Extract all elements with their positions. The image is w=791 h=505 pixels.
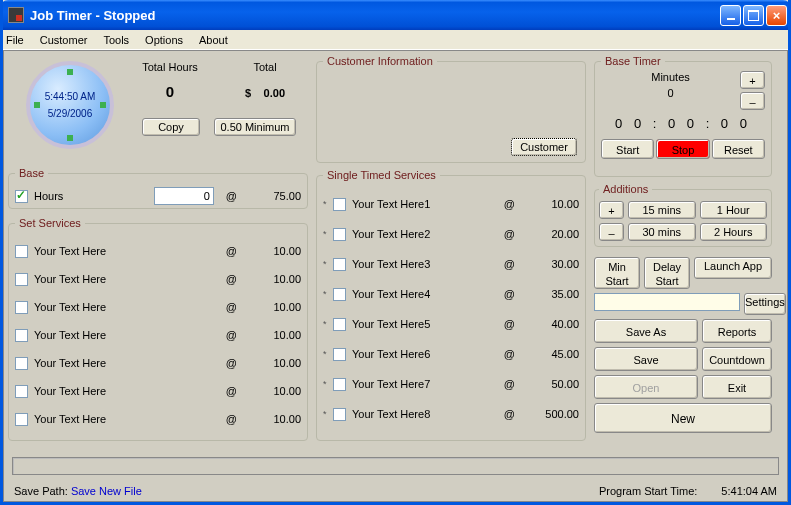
single-timed-label: Your Text Here2 [352,228,430,240]
set-service-checkbox[interactable] [15,301,28,314]
path-input[interactable] [594,293,740,311]
open-button[interactable]: Open [594,375,698,399]
save-as-button[interactable]: Save As [594,319,698,343]
set-service-checkbox[interactable] [15,329,28,342]
clock-time: 5:44:50 AM [45,91,96,102]
single-timed-at: @ [504,408,515,420]
single-timed-row: *Your Text Here4@35.00 [323,279,579,309]
single-timed-at: @ [504,318,515,330]
single-timed-at: @ [504,348,515,360]
min-start-button[interactable]: Min Start [594,257,640,289]
set-service-row: Your Text Here@10.00 [15,293,301,321]
clock-date: 5/29/2006 [48,108,93,119]
total-label: Total [226,61,304,73]
single-timed-amount: 30.00 [535,258,579,270]
settings-button[interactable]: Settings [744,293,786,315]
set-service-amount: 10.00 [257,329,301,341]
add-minus-button[interactable]: – [599,223,624,241]
set-services-title: Set Services [15,217,85,229]
single-timed-row: *Your Text Here8@500.00 [323,399,579,429]
stop-button[interactable]: Stop [656,139,709,159]
asterisk-icon: * [323,289,333,299]
asterisk-icon: * [323,409,333,419]
set-service-checkbox[interactable] [15,357,28,370]
base-group: Base Hours @ 75.00 [8,167,308,209]
additions-title: Additions [599,183,652,195]
single-timed-checkbox[interactable] [333,318,346,331]
single-timed-checkbox[interactable] [333,258,346,271]
minutes-minus-button[interactable]: – [740,92,765,110]
single-timed-amount: 45.00 [535,348,579,360]
add-15mins-button[interactable]: 15 mins [628,201,696,219]
single-timed-checkbox[interactable] [333,378,346,391]
set-service-amount: 10.00 [257,357,301,369]
set-services-group: Set Services Your Text Here@10.00Your Te… [8,217,308,441]
single-timed-row: *Your Text Here7@50.00 [323,369,579,399]
copy-button[interactable]: Copy [142,118,200,136]
set-service-amount: 10.00 [257,245,301,257]
set-service-checkbox[interactable] [15,385,28,398]
single-timed-amount: 35.00 [535,288,579,300]
countdown-button[interactable]: Countdown [702,347,772,371]
single-timed-at: @ [504,288,515,300]
add-2hours-button[interactable]: 2 Hours [700,223,768,241]
asterisk-icon: * [323,349,333,359]
minutes-plus-button[interactable]: + [740,71,765,89]
single-timed-checkbox[interactable] [333,288,346,301]
set-service-checkbox[interactable] [15,245,28,258]
single-timed-at: @ [504,258,515,270]
save-new-file-link[interactable]: Save New File [71,485,142,497]
exit-button[interactable]: Exit [702,375,772,399]
reports-button[interactable]: Reports [702,319,772,343]
launch-app-button[interactable]: Launch App [694,257,772,279]
single-timed-checkbox[interactable] [333,408,346,421]
set-service-row: Your Text Here@10.00 [15,237,301,265]
single-timed-amount: 10.00 [535,198,579,210]
hours-label: Hours [34,190,63,202]
set-service-amount: 10.00 [257,413,301,425]
single-timed-amount: 40.00 [535,318,579,330]
single-timed-amount: 20.00 [535,228,579,240]
single-timed-label: Your Text Here8 [352,408,430,420]
set-service-label: Your Text Here [34,413,106,425]
customer-button[interactable]: Customer [511,138,577,156]
hours-input[interactable] [154,187,214,205]
minimum-button[interactable]: 0.50 Minimum [214,118,296,136]
status-bar [12,457,779,475]
delay-start-button[interactable]: Delay Start [644,257,690,289]
add-1hour-button[interactable]: 1 Hour [700,201,768,219]
set-service-at: @ [226,245,237,257]
program-start-label: Program Start Time: [599,485,697,497]
asterisk-icon: * [323,379,333,389]
single-timed-checkbox[interactable] [333,228,346,241]
set-service-at: @ [226,273,237,285]
single-timed-checkbox[interactable] [333,198,346,211]
set-service-label: Your Text Here [34,245,106,257]
save-path-label: Save Path: [14,485,68,497]
add-30mins-button[interactable]: 30 mins [628,223,696,241]
set-service-checkbox[interactable] [15,413,28,426]
timer-display: 0 0 : 0 0 : 0 0 [601,116,765,131]
single-timed-at: @ [504,378,515,390]
base-at: @ [226,190,237,202]
asterisk-icon: * [323,319,333,329]
hours-checkbox[interactable] [15,190,28,203]
set-service-row: Your Text Here@10.00 [15,349,301,377]
reset-button[interactable]: Reset [712,139,765,159]
set-service-amount: 10.00 [257,385,301,397]
set-service-at: @ [226,357,237,369]
set-service-at: @ [226,329,237,341]
single-timed-row: *Your Text Here5@40.00 [323,309,579,339]
asterisk-icon: * [323,259,333,269]
add-plus-button[interactable]: + [599,201,624,219]
single-timed-group: Single Timed Services *Your Text Here1@1… [316,169,586,441]
new-button[interactable]: New [594,403,772,433]
set-service-checkbox[interactable] [15,273,28,286]
single-timed-row: *Your Text Here2@20.00 [323,219,579,249]
single-timed-checkbox[interactable] [333,348,346,361]
save-button[interactable]: Save [594,347,698,371]
set-service-label: Your Text Here [34,273,106,285]
clock-widget: 5:44:50 AM 5/29/2006 [26,61,114,149]
start-button[interactable]: Start [601,139,654,159]
program-start-time: 5:41:04 AM [721,485,777,497]
